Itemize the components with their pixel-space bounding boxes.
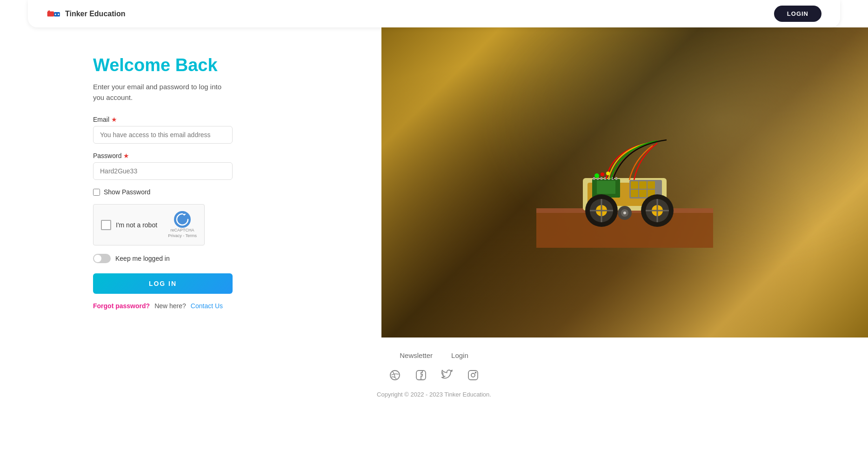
- robot-car-illustration: [536, 118, 713, 248]
- svg-point-47: [475, 372, 476, 373]
- svg-rect-15: [601, 177, 602, 180]
- svg-rect-12: [597, 181, 615, 194]
- twitter-icon[interactable]: [441, 369, 454, 382]
- left-panel: Welcome Back Enter your email and passwo…: [0, 27, 381, 338]
- login-submit-button[interactable]: LOG IN: [93, 273, 233, 294]
- svg-rect-23: [648, 181, 655, 189]
- password-label: Password ★: [93, 152, 233, 159]
- footer-links: Newsletter Login: [0, 351, 868, 359]
- svg-rect-0: [47, 11, 54, 16]
- email-required-star: ★: [111, 116, 117, 123]
- brand-logo-icon: [47, 8, 61, 20]
- navbar: Tinker Education LOGIN: [28, 0, 840, 27]
- login-form: Welcome Back Enter your email and passwo…: [93, 55, 233, 310]
- recaptcha-label: I'm not a robot: [116, 221, 157, 229]
- form-footer: Forgot password? New here? Contact Us: [93, 302, 233, 310]
- recaptcha-widget[interactable]: I'm not a robot reCAPTCHA Privacy - Term…: [93, 204, 205, 245]
- facebook-icon[interactable]: [414, 369, 427, 382]
- dribbble-icon[interactable]: [388, 369, 401, 382]
- svg-rect-21: [631, 181, 638, 189]
- footer-social: [0, 369, 868, 382]
- svg-rect-45: [468, 371, 478, 380]
- forgot-password-link[interactable]: Forgot password?: [93, 302, 150, 310]
- svg-point-4: [55, 13, 56, 15]
- contact-us-link[interactable]: Contact Us: [191, 302, 223, 310]
- recaptcha-checkbox[interactable]: [101, 220, 111, 230]
- main-content: Welcome Back Enter your email and passwo…: [0, 27, 868, 338]
- welcome-title: Welcome Back: [93, 55, 233, 75]
- recaptcha-brand: reCAPTCHA Privacy - Terms: [168, 228, 197, 238]
- email-input[interactable]: [93, 126, 233, 144]
- keep-logged-in-row: Keep me logged in: [93, 254, 233, 263]
- svg-rect-22: [639, 181, 647, 189]
- password-input[interactable]: [93, 162, 233, 180]
- svg-point-41: [601, 172, 604, 176]
- svg-point-40: [594, 173, 599, 178]
- footer-copyright: Copyright © 2022 - 2023 Tinker Education…: [0, 391, 868, 398]
- recaptcha-logo-icon: [174, 211, 191, 228]
- svg-rect-13: [593, 177, 595, 180]
- svg-point-5: [58, 13, 59, 15]
- brand: Tinker Education: [47, 8, 126, 20]
- hero-image-panel: [381, 27, 868, 338]
- welcome-subtitle: Enter your email and password to log int…: [93, 82, 233, 103]
- svg-rect-24: [631, 190, 638, 197]
- hero-image: [381, 27, 868, 338]
- instagram-icon[interactable]: [467, 369, 480, 382]
- footer-newsletter-link[interactable]: Newsletter: [400, 351, 433, 359]
- page-footer: Newsletter Login: [0, 338, 868, 407]
- show-password-checkbox[interactable]: [93, 189, 100, 196]
- svg-rect-19: [615, 177, 617, 180]
- show-password-label: Show Password: [104, 188, 150, 196]
- password-required-star: ★: [123, 152, 129, 159]
- svg-rect-25: [639, 190, 647, 197]
- svg-point-46: [471, 373, 475, 377]
- svg-point-39: [623, 212, 626, 214]
- keep-logged-in-toggle[interactable]: [93, 254, 111, 263]
- nav-login-button[interactable]: LOGIN: [774, 6, 821, 22]
- email-label: Email ★: [93, 116, 233, 123]
- svg-point-2: [48, 9, 49, 10]
- new-here-text: New here?: [154, 302, 186, 310]
- svg-point-42: [606, 172, 610, 175]
- brand-name: Tinker Education: [65, 10, 126, 18]
- footer-login-link[interactable]: Login: [451, 351, 468, 359]
- keep-logged-in-label: Keep me logged in: [115, 255, 170, 262]
- show-password-row: Show Password: [93, 188, 233, 196]
